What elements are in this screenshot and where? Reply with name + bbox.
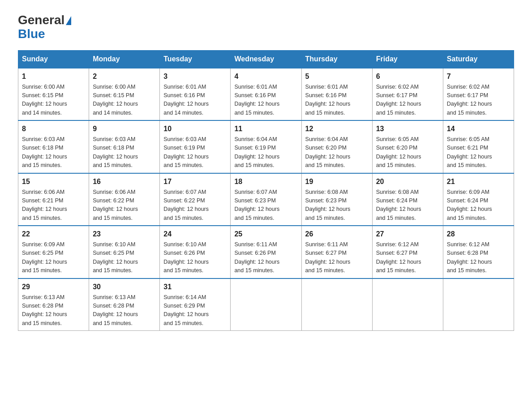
logo-text: General Blue bbox=[18, 13, 71, 41]
day-number: 21 bbox=[447, 176, 510, 187]
calendar-cell: 13Sunrise: 6:05 AMSunset: 6:20 PMDayligh… bbox=[372, 120, 443, 173]
day-number: 30 bbox=[93, 282, 156, 292]
calendar-cell: 7Sunrise: 6:02 AMSunset: 6:17 PMDaylight… bbox=[443, 68, 514, 121]
weekday-header-friday: Friday bbox=[372, 50, 443, 68]
calendar-cell: 3Sunrise: 6:01 AMSunset: 6:16 PMDaylight… bbox=[160, 68, 231, 121]
calendar-cell: 28Sunrise: 6:12 AMSunset: 6:28 PMDayligh… bbox=[443, 226, 514, 278]
day-number: 17 bbox=[163, 176, 227, 187]
day-info: Sunrise: 6:14 AMSunset: 6:29 PMDaylight:… bbox=[163, 293, 227, 328]
calendar-cell: 23Sunrise: 6:10 AMSunset: 6:25 PMDayligh… bbox=[89, 226, 160, 278]
day-number: 20 bbox=[376, 176, 439, 187]
calendar-cell: 10Sunrise: 6:03 AMSunset: 6:19 PMDayligh… bbox=[160, 120, 231, 173]
weekday-header-monday: Monday bbox=[89, 50, 160, 68]
day-number: 10 bbox=[163, 124, 227, 134]
day-info: Sunrise: 6:12 AMSunset: 6:28 PMDaylight:… bbox=[447, 240, 510, 275]
day-info: Sunrise: 6:06 AMSunset: 6:21 PMDaylight:… bbox=[22, 188, 85, 223]
day-number: 25 bbox=[234, 229, 297, 240]
calendar-cell: 16Sunrise: 6:06 AMSunset: 6:22 PMDayligh… bbox=[89, 173, 160, 226]
calendar-cell: 24Sunrise: 6:10 AMSunset: 6:26 PMDayligh… bbox=[160, 226, 231, 278]
day-number: 22 bbox=[22, 229, 85, 240]
day-info: Sunrise: 6:12 AMSunset: 6:27 PMDaylight:… bbox=[376, 240, 439, 275]
day-info: Sunrise: 6:07 AMSunset: 6:23 PMDaylight:… bbox=[234, 188, 297, 223]
weekday-header-thursday: Thursday bbox=[301, 50, 372, 68]
day-info: Sunrise: 6:02 AMSunset: 6:17 PMDaylight:… bbox=[447, 83, 510, 118]
day-number: 4 bbox=[234, 71, 297, 82]
day-number: 19 bbox=[305, 176, 369, 187]
day-info: Sunrise: 6:01 AMSunset: 6:16 PMDaylight:… bbox=[234, 83, 297, 118]
calendar-cell: 6Sunrise: 6:02 AMSunset: 6:17 PMDaylight… bbox=[372, 68, 443, 121]
calendar-cell bbox=[443, 278, 514, 331]
day-number: 7 bbox=[447, 71, 510, 82]
calendar-cell: 4Sunrise: 6:01 AMSunset: 6:16 PMDaylight… bbox=[231, 68, 301, 121]
calendar-cell bbox=[231, 278, 301, 331]
calendar-cell: 30Sunrise: 6:13 AMSunset: 6:28 PMDayligh… bbox=[89, 278, 160, 331]
weekday-header-saturday: Saturday bbox=[443, 50, 514, 68]
calendar-cell: 9Sunrise: 6:03 AMSunset: 6:18 PMDaylight… bbox=[89, 120, 160, 173]
day-number: 3 bbox=[163, 71, 227, 82]
day-number: 14 bbox=[447, 124, 510, 134]
weekday-header-tuesday: Tuesday bbox=[160, 50, 231, 68]
day-number: 13 bbox=[376, 124, 439, 134]
day-info: Sunrise: 6:13 AMSunset: 6:28 PMDaylight:… bbox=[93, 293, 156, 328]
day-number: 6 bbox=[376, 71, 439, 82]
calendar-cell: 29Sunrise: 6:13 AMSunset: 6:28 PMDayligh… bbox=[18, 278, 89, 331]
day-number: 27 bbox=[376, 229, 439, 240]
day-info: Sunrise: 6:03 AMSunset: 6:18 PMDaylight:… bbox=[22, 135, 85, 170]
day-info: Sunrise: 6:01 AMSunset: 6:16 PMDaylight:… bbox=[163, 83, 227, 118]
page-header: General Blue bbox=[18, 13, 514, 41]
day-info: Sunrise: 6:10 AMSunset: 6:26 PMDaylight:… bbox=[163, 240, 227, 275]
week-row-2: 8Sunrise: 6:03 AMSunset: 6:18 PMDaylight… bbox=[18, 120, 514, 173]
calendar-cell: 8Sunrise: 6:03 AMSunset: 6:18 PMDaylight… bbox=[18, 120, 89, 173]
day-info: Sunrise: 6:05 AMSunset: 6:21 PMDaylight:… bbox=[447, 135, 510, 170]
day-info: Sunrise: 6:09 AMSunset: 6:25 PMDaylight:… bbox=[22, 240, 85, 275]
day-number: 8 bbox=[22, 124, 85, 134]
day-info: Sunrise: 6:06 AMSunset: 6:22 PMDaylight:… bbox=[93, 188, 156, 223]
calendar-cell: 20Sunrise: 6:08 AMSunset: 6:24 PMDayligh… bbox=[372, 173, 443, 226]
calendar-cell: 27Sunrise: 6:12 AMSunset: 6:27 PMDayligh… bbox=[372, 226, 443, 278]
day-number: 23 bbox=[93, 229, 156, 240]
day-number: 12 bbox=[305, 124, 369, 134]
calendar-cell: 18Sunrise: 6:07 AMSunset: 6:23 PMDayligh… bbox=[231, 173, 301, 226]
day-number: 18 bbox=[234, 176, 297, 187]
week-row-4: 22Sunrise: 6:09 AMSunset: 6:25 PMDayligh… bbox=[18, 226, 514, 278]
day-number: 1 bbox=[22, 71, 85, 82]
logo-blue: Blue bbox=[18, 27, 71, 41]
logo-general: General bbox=[18, 13, 64, 27]
calendar-cell: 2Sunrise: 6:00 AMSunset: 6:15 PMDaylight… bbox=[89, 68, 160, 121]
day-info: Sunrise: 6:11 AMSunset: 6:27 PMDaylight:… bbox=[305, 240, 369, 275]
calendar-cell bbox=[301, 278, 372, 331]
calendar-table: SundayMondayTuesdayWednesdayThursdayFrid… bbox=[18, 50, 514, 331]
calendar-cell: 31Sunrise: 6:14 AMSunset: 6:29 PMDayligh… bbox=[160, 278, 231, 331]
calendar-cell: 15Sunrise: 6:06 AMSunset: 6:21 PMDayligh… bbox=[18, 173, 89, 226]
day-number: 28 bbox=[447, 229, 510, 240]
calendar-cell: 19Sunrise: 6:08 AMSunset: 6:23 PMDayligh… bbox=[301, 173, 372, 226]
day-number: 15 bbox=[22, 176, 85, 187]
day-number: 16 bbox=[93, 176, 156, 187]
logo-triangle-icon bbox=[66, 16, 71, 25]
day-number: 11 bbox=[234, 124, 297, 134]
day-info: Sunrise: 6:10 AMSunset: 6:25 PMDaylight:… bbox=[93, 240, 156, 275]
calendar-cell: 25Sunrise: 6:11 AMSunset: 6:26 PMDayligh… bbox=[231, 226, 301, 278]
day-number: 24 bbox=[163, 229, 227, 240]
day-info: Sunrise: 6:04 AMSunset: 6:19 PMDaylight:… bbox=[234, 135, 297, 170]
calendar-cell: 22Sunrise: 6:09 AMSunset: 6:25 PMDayligh… bbox=[18, 226, 89, 278]
day-number: 2 bbox=[93, 71, 156, 82]
day-number: 29 bbox=[22, 282, 85, 292]
week-row-5: 29Sunrise: 6:13 AMSunset: 6:28 PMDayligh… bbox=[18, 278, 514, 331]
calendar-cell: 12Sunrise: 6:04 AMSunset: 6:20 PMDayligh… bbox=[301, 120, 372, 173]
calendar-cell bbox=[372, 278, 443, 331]
day-info: Sunrise: 6:13 AMSunset: 6:28 PMDaylight:… bbox=[22, 293, 85, 328]
day-info: Sunrise: 6:00 AMSunset: 6:15 PMDaylight:… bbox=[93, 83, 156, 118]
day-info: Sunrise: 6:03 AMSunset: 6:18 PMDaylight:… bbox=[93, 135, 156, 170]
day-info: Sunrise: 6:02 AMSunset: 6:17 PMDaylight:… bbox=[376, 83, 439, 118]
calendar-cell: 5Sunrise: 6:01 AMSunset: 6:16 PMDaylight… bbox=[301, 68, 372, 121]
calendar-cell: 21Sunrise: 6:09 AMSunset: 6:24 PMDayligh… bbox=[443, 173, 514, 226]
calendar-cell: 14Sunrise: 6:05 AMSunset: 6:21 PMDayligh… bbox=[443, 120, 514, 173]
day-info: Sunrise: 6:09 AMSunset: 6:24 PMDaylight:… bbox=[447, 188, 510, 223]
logo: General Blue bbox=[18, 13, 71, 41]
calendar-cell: 11Sunrise: 6:04 AMSunset: 6:19 PMDayligh… bbox=[231, 120, 301, 173]
day-number: 26 bbox=[305, 229, 369, 240]
weekday-header-wednesday: Wednesday bbox=[231, 50, 301, 68]
calendar-cell: 26Sunrise: 6:11 AMSunset: 6:27 PMDayligh… bbox=[301, 226, 372, 278]
calendar-cell: 1Sunrise: 6:00 AMSunset: 6:15 PMDaylight… bbox=[18, 68, 89, 121]
